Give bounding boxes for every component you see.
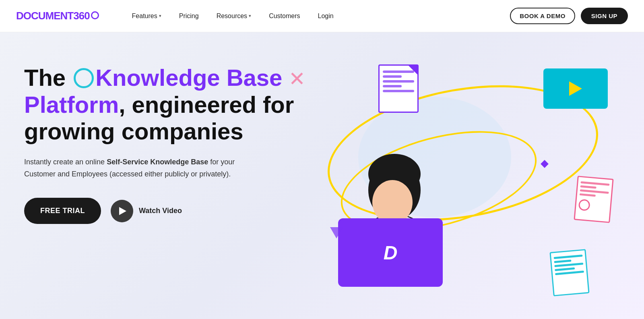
hero-title-platform: Platform [24,91,119,118]
doc-line-2 [383,75,402,78]
logo-circle-icon [91,11,99,19]
doc-line-3 [383,80,414,83]
blue-doc-line-1 [553,255,582,259]
sign-up-button[interactable]: SIGN UP [581,8,628,24]
hero-description: Instantly create an online Self-Service … [24,156,266,180]
blue-circle-decoration [74,68,94,88]
blue-doc-line-2 [554,259,571,263]
logo-text: DOCUMENT360 [16,10,90,22]
pink-circle-decoration [578,199,590,211]
nav-customers[interactable]: Customers [260,0,309,32]
watch-video-label: Watch Video [139,207,182,215]
hero-desc-plain1: Instantly create an online [24,158,107,166]
logo[interactable]: DOCUMENT360 [16,10,99,22]
pink-x-decoration: ✕ [289,68,305,90]
hero-desc-bold: Self-Service Knowledge Base [107,158,208,166]
nav-pricing[interactable]: Pricing [170,0,208,32]
doc-fold [409,66,417,75]
laptop-illustration: D [338,218,443,287]
chevron-down-icon-2: ▾ [249,13,251,19]
nav-resources[interactable]: Resources ▾ [208,0,260,32]
nav-links: Features ▾ Pricing Resources ▾ Customers… [123,0,510,32]
hero-title: The Knowledge Base ✕ Platform, engineere… [24,64,306,145]
doc-line-4 [383,85,402,87]
pink-doc-line-1 [580,181,609,186]
hero-content: The Knowledge Base ✕ Platform, engineere… [24,56,306,224]
laptop-logo: D [384,242,398,264]
floating-document-bottom [549,249,589,296]
pink-doc-line-2 [580,185,596,188]
chevron-down-icon: ▾ [159,13,161,19]
nav-features[interactable]: Features ▾ [123,0,170,32]
blue-doc-line-5 [555,271,584,275]
video-play-icon [569,81,582,96]
book-demo-button[interactable]: BOOK A DEMO [510,8,575,24]
navbar: DOCUMENT360 Features ▾ Pricing Resources… [0,0,644,32]
pink-doc-line-3 [580,189,609,194]
hero-section: The Knowledge Base ✕ Platform, engineere… [0,32,644,319]
nav-actions: BOOK A DEMO SIGN UP [510,8,628,24]
hero-illustration: D [306,56,620,319]
svg-point-9 [372,180,413,224]
doc-line-1 [383,70,414,73]
watch-video-button[interactable]: Watch Video [111,200,182,222]
hero-title-purple: Knowledge Base [95,64,282,91]
pink-doc-line-4 [580,193,596,197]
floating-video-thumbnail[interactable] [543,68,608,109]
hero-buttons: FREE TRIAL Watch Video [24,198,306,224]
blue-doc-line-4 [555,267,575,271]
play-triangle-icon [119,207,126,215]
triangle-decoration [330,227,343,238]
free-trial-button[interactable]: FREE TRIAL [24,198,101,224]
play-circle-icon [111,200,133,222]
nav-login[interactable]: Login [309,0,342,32]
floating-document-top [378,64,419,113]
floating-document-right [574,176,613,223]
blue-doc-line-3 [554,263,583,267]
doc-line-5 [383,90,414,92]
